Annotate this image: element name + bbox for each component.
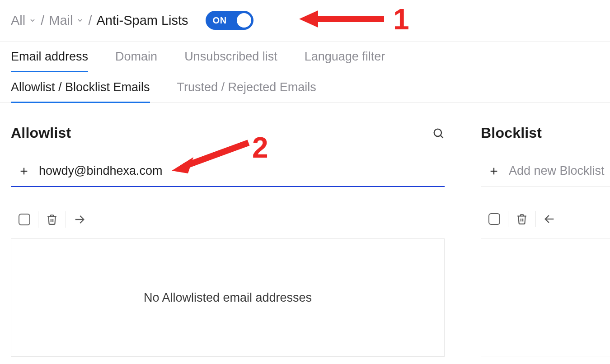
chevron-down-icon — [29, 17, 36, 24]
allowlist-list: No Allowlisted email addresses — [11, 238, 445, 357]
tabs-primary: Email address Domain Unsubscribed list L… — [0, 42, 610, 72]
move-left-button[interactable] — [536, 210, 563, 228]
antispam-toggle[interactable]: ON — [206, 11, 253, 30]
tab-label: Unsubscribed list — [184, 50, 277, 63]
svg-line-1 — [441, 135, 443, 138]
select-all-checkbox[interactable] — [11, 210, 38, 229]
toggle-knob — [237, 13, 251, 28]
breadcrumb: All / Mail / Anti-Spam Lists ON — [0, 0, 610, 42]
toggle-label: ON — [213, 15, 227, 26]
tab-language-filter[interactable]: Language filter — [305, 42, 385, 72]
tab-trusted-rejected[interactable]: Trusted / Rejected Emails — [177, 73, 316, 103]
arrow-left-icon — [543, 213, 556, 225]
allowlist-title: Allowlist — [11, 125, 71, 141]
panels-container: Allowlist No Allowlisted email addresses — [0, 103, 610, 357]
tab-label: Domain — [115, 50, 157, 63]
arrow-right-icon — [73, 213, 86, 226]
tab-label: Email address — [11, 50, 88, 63]
checkbox-icon — [19, 214, 30, 225]
blocklist-panel: Blocklist — [481, 103, 610, 357]
tabs-secondary: Allowlist / Blocklist Emails Trusted / R… — [0, 72, 610, 103]
tab-allowlist-blocklist[interactable]: Allowlist / Blocklist Emails — [11, 73, 150, 103]
tab-label: Language filter — [305, 50, 385, 63]
tab-label: Trusted / Rejected Emails — [177, 80, 316, 94]
breadcrumb-current: Anti-Spam Lists — [97, 13, 188, 28]
breadcrumb-all-label: All — [11, 13, 25, 28]
allowlist-empty-message: No Allowlisted email addresses — [144, 291, 312, 305]
breadcrumb-all[interactable]: All — [11, 13, 36, 28]
tab-email-address[interactable]: Email address — [11, 42, 88, 72]
blocklist-add-row — [481, 161, 610, 187]
blocklist-list — [481, 238, 610, 356]
breadcrumb-mail-label: Mail — [49, 13, 73, 28]
blocklist-toolbar — [481, 210, 610, 228]
breadcrumb-mail[interactable]: Mail — [49, 13, 84, 28]
chevron-down-icon — [76, 17, 84, 24]
allowlist-toolbar — [11, 210, 445, 229]
breadcrumb-separator: / — [88, 13, 92, 28]
search-icon — [432, 127, 445, 140]
checkbox-icon — [488, 213, 500, 225]
allowlist-add-row — [11, 161, 445, 187]
select-all-checkbox[interactable] — [481, 210, 508, 228]
allowlist-panel: Allowlist No Allowlisted email addresses — [11, 103, 445, 357]
trash-icon — [46, 214, 58, 225]
delete-button[interactable] — [508, 210, 535, 228]
blocklist-title: Blocklist — [481, 125, 542, 141]
move-right-button[interactable] — [66, 210, 93, 229]
tab-domain[interactable]: Domain — [115, 42, 157, 72]
delete-button[interactable] — [38, 210, 66, 229]
tab-label: Allowlist / Blocklist Emails — [11, 80, 150, 94]
svg-point-0 — [434, 129, 441, 136]
allowlist-input[interactable] — [39, 161, 445, 181]
plus-icon[interactable] — [19, 166, 29, 176]
search-button[interactable] — [432, 127, 445, 140]
blocklist-input[interactable] — [509, 161, 610, 181]
breadcrumb-separator: / — [41, 13, 44, 28]
tab-unsubscribed-list[interactable]: Unsubscribed list — [184, 42, 277, 72]
plus-icon[interactable] — [489, 166, 499, 176]
trash-icon — [516, 213, 528, 225]
